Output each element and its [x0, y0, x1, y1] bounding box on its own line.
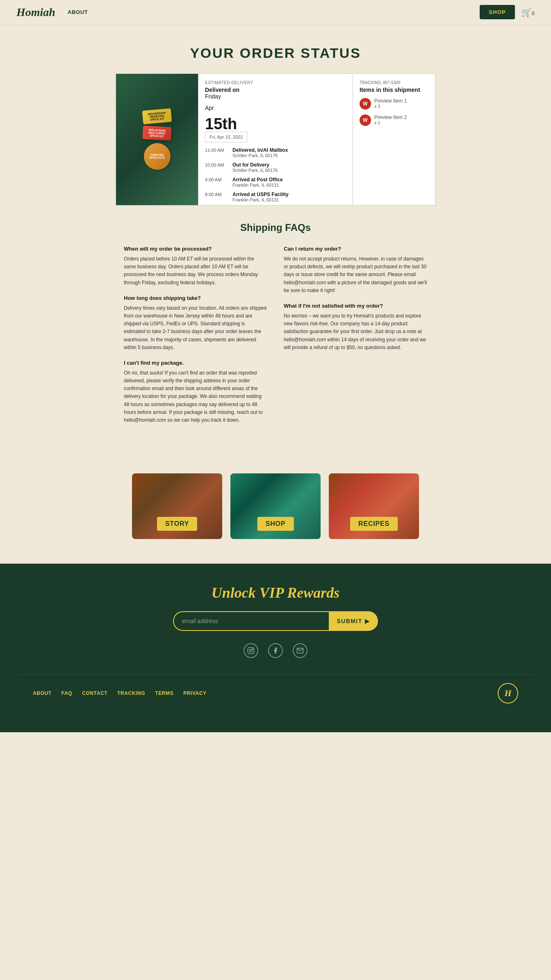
item-name: Preview Item 1 — [374, 98, 407, 104]
faqs-col-left: When will my order be processed? Orders … — [124, 246, 267, 432]
estimated-delivery-label: ESTIMATED DELIVERY — [205, 80, 346, 85]
email-input[interactable] — [173, 611, 329, 631]
vip-title: Unlock VIP Rewards — [16, 584, 535, 601]
item-icon: W — [360, 98, 371, 110]
event-info: Delivered, In/At Mailbox Schiller Park, … — [232, 147, 288, 158]
faq-question: How long does shipping take? — [124, 295, 267, 301]
faq-question: What if I'm not satisfied with my order? — [284, 303, 427, 309]
tracking-event: 11:00 AM Delivered, In/At Mailbox Schill… — [205, 147, 346, 158]
item-row: W Preview Item 2 x 1 — [360, 114, 428, 126]
footer-link-terms[interactable]: TERMS — [155, 690, 173, 696]
product-box-2: MALAYSIANRED CURRYSPICE KIT — [142, 126, 172, 141]
item-qty: x 1 — [374, 120, 407, 125]
delivery-date: 15th — [205, 116, 346, 132]
email-form: SUBMIT ▶ — [173, 611, 378, 631]
faq-answer: Orders placed before 10 AM ET will be pr… — [124, 255, 267, 287]
tracking-event: 8:00 AM Arrived at USPS Facility Frankli… — [205, 192, 346, 202]
item-list: W Preview Item 1 x 2 W Preview Item 2 x … — [360, 98, 428, 126]
item-icon: W — [360, 114, 371, 126]
product-image-placeholder: INDONESIANRENDANGSPICE KIT MALAYSIANRED … — [116, 74, 198, 205]
svg-point-2 — [252, 649, 253, 649]
faq-item: What if I'm not satisfied with my order?… — [284, 303, 427, 352]
nav-about-link[interactable]: ABOUT — [68, 9, 88, 15]
faq-answer: Delivery times vary based on your locati… — [124, 304, 267, 352]
faqs-title: Shipping FAQs — [124, 222, 427, 233]
card-story[interactable]: STORY — [132, 473, 222, 539]
cart-icon[interactable]: 🛒0 — [521, 7, 535, 17]
submit-label: SUBMIT — [337, 618, 362, 624]
nav-right: SHOP 🛒0 — [480, 5, 535, 19]
product-box-1: INDONESIANRENDANGSPICE KIT — [142, 108, 172, 124]
footer-links: ABOUTFAQCONTACTTRACKINGTERMSPRIVACY — [33, 690, 207, 696]
faq-question: I can't find my package. — [124, 360, 267, 366]
faq-item: How long does shipping take? Delivery ti… — [124, 295, 267, 352]
date-header-box: Fri, Apr 15, 2022 — [205, 132, 247, 142]
faqs-grid: When will my order be processed? Orders … — [124, 246, 427, 432]
footer-link-tracking[interactable]: TRACKING — [117, 690, 145, 696]
event-info: Arrived at USPS Facility Franklin Park, … — [232, 192, 289, 202]
event-title: Out for Delivery — [232, 162, 278, 168]
product-box-3: CURATEDSPICE KITS — [144, 143, 171, 170]
page-title: YOUR ORDER STATUS — [16, 45, 535, 61]
faqs-col-right: Can I return my order? We do not accept … — [284, 246, 427, 432]
social-icons — [16, 643, 535, 658]
delivery-day-month: Friday — [205, 93, 346, 100]
faq-item: When will my order be processed? Orders … — [124, 246, 267, 287]
faq-answer: No worries – we want you to try Homiah's… — [284, 312, 427, 352]
nav-left: Homiah ABOUT — [16, 6, 88, 19]
event-location: Franklin Park, IL 60131 — [232, 197, 289, 202]
card-recipes-label: RECIPES — [350, 517, 398, 531]
email-icon[interactable] — [293, 643, 307, 658]
footer-logo[interactable]: H — [498, 683, 518, 704]
feature-cards: STORY SHOP RECIPES — [107, 457, 444, 564]
card-recipes-label-wrapper: RECIPES — [350, 517, 398, 531]
hero-section: YOUR ORDER STATUS — [0, 25, 551, 73]
tracking-events-list: 11:00 AM Delivered, In/At Mailbox Schill… — [205, 147, 346, 202]
submit-button[interactable]: SUBMIT ▶ — [329, 611, 378, 631]
faq-item: I can't find my package. Oh no, that suc… — [124, 360, 267, 424]
svg-point-1 — [250, 649, 252, 652]
event-title: Arrived at Post Office — [232, 177, 283, 183]
cart-count: 0 — [532, 11, 535, 16]
submit-arrow-icon: ▶ — [365, 618, 370, 624]
items-title: Items in this shipment — [360, 87, 428, 93]
event-time: 11:00 AM — [205, 147, 228, 153]
facebook-icon[interactable] — [268, 643, 283, 658]
event-title: Arrived at USPS Facility — [232, 192, 289, 197]
shop-button[interactable]: SHOP — [480, 5, 515, 19]
card-story-label: STORY — [157, 517, 197, 531]
delivered-on-text: Delivered on — [205, 87, 346, 93]
item-row: W Preview Item 1 x 2 — [360, 98, 428, 110]
event-title: Delivered, In/At Mailbox — [232, 147, 288, 153]
logo[interactable]: Homiah — [16, 6, 55, 19]
order-image: INDONESIANRENDANGSPICE KIT MALAYSIANRED … — [116, 74, 198, 205]
order-status-container: INDONESIANRENDANGSPICE KIT MALAYSIANRED … — [116, 73, 435, 206]
tracking-event: 10:00 AM Out for Delivery Schiller Park,… — [205, 162, 346, 173]
footer-link-faq[interactable]: FAQ — [61, 690, 72, 696]
card-shop-label: SHOP — [257, 517, 294, 531]
instagram-icon[interactable] — [244, 643, 258, 658]
order-tracking-panel: ESTIMATED DELIVERY Delivered on Friday A… — [198, 74, 353, 205]
item-qty: x 2 — [374, 104, 407, 109]
faq-question: Can I return my order? — [284, 246, 427, 252]
card-recipes[interactable]: RECIPES — [329, 473, 419, 539]
footer-link-contact[interactable]: CONTACT — [82, 690, 107, 696]
navbar: Homiah ABOUT SHOP 🛒0 — [0, 0, 551, 25]
tracking-event: 9:00 AM Arrived at Post Office Franklin … — [205, 177, 346, 187]
faqs-section: Shipping FAQs When will my order be proc… — [116, 222, 435, 432]
faq-answer: We do not accept product returns. Howeve… — [284, 255, 427, 295]
event-info: Arrived at Post Office Franklin Park, IL… — [232, 177, 283, 187]
faq-answer: Oh no, that sucks! If you can't find an … — [124, 369, 267, 424]
event-time: 8:00 AM — [205, 192, 228, 197]
event-time: 10:00 AM — [205, 162, 228, 167]
tracking-number-label: TRACKING: 867-5309 — [360, 80, 428, 85]
footer-link-about[interactable]: ABOUT — [33, 690, 52, 696]
card-shop[interactable]: SHOP — [230, 473, 321, 539]
delivery-month: Apr — [205, 105, 346, 111]
event-location: Franklin Park, IL 60131 — [232, 183, 283, 187]
svg-rect-0 — [248, 648, 254, 654]
event-time: 9:00 AM — [205, 177, 228, 182]
footer-link-privacy[interactable]: PRIVACY — [183, 690, 207, 696]
faq-question: When will my order be processed? — [124, 246, 267, 252]
item-details: Preview Item 2 x 1 — [374, 114, 407, 125]
